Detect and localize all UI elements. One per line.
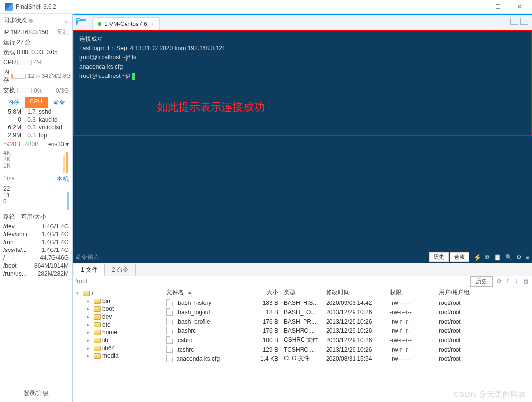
swap-values: 0/3G xyxy=(56,87,69,94)
swap-label: 交换 xyxy=(3,86,15,95)
folder-icon xyxy=(94,330,101,335)
tree-node[interactable]: ▸dev xyxy=(74,313,162,321)
options-button[interactable]: 选项 xyxy=(450,252,469,262)
process-row[interactable]: 00.3kauditd xyxy=(1,116,71,124)
sort-asc-icon[interactable] xyxy=(188,291,192,294)
proc-tab-cpu[interactable]: CPU xyxy=(25,97,48,108)
folder-tree[interactable]: ▾/ ▸bin▸boot▸dev▸etc▸home▸lib▸lib64▸medi… xyxy=(73,287,163,402)
login-upgrade-button[interactable]: 登录/升级 xyxy=(0,385,72,402)
swap-gauge: 交换 0% 0/3G xyxy=(0,85,72,96)
cpu-label: CPU xyxy=(3,59,15,66)
copy-icon[interactable]: ⧉ xyxy=(485,254,490,261)
app-logo-icon xyxy=(5,3,13,11)
latency-host[interactable]: 本机 xyxy=(57,175,69,183)
tree-node[interactable]: ▸boot xyxy=(74,305,162,313)
process-row[interactable]: 2.9M0.3top xyxy=(1,131,71,139)
file-icon xyxy=(166,327,173,334)
folder-icon xyxy=(94,346,101,351)
close-button[interactable]: ✕ xyxy=(508,0,530,14)
tree-node[interactable]: ▸media xyxy=(74,352,162,360)
svg-rect-1 xyxy=(66,152,68,173)
tree-node[interactable]: ▸home xyxy=(74,328,162,336)
session-tab[interactable]: 1 VM-Centos7.6 × xyxy=(92,17,160,30)
file-row[interactable]: .bashrc176 BBASHRC ...2013/12/29 10:26-r… xyxy=(163,326,532,335)
status-dot-icon xyxy=(98,22,101,26)
folder-icon xyxy=(94,322,101,327)
mem-percent: 12% xyxy=(28,73,40,79)
tree-node[interactable]: ▸lib64 xyxy=(74,344,162,352)
menu-icon[interactable]: ≡ xyxy=(526,254,529,261)
status-sidebar: 同步状态 ⌄ IP 192.168.0.150 复制 运行 27 分 负载 0.… xyxy=(0,14,72,402)
tree-node[interactable]: ▸etc xyxy=(74,321,162,328)
swap-percent: 0% xyxy=(34,87,42,94)
layout-buttons[interactable] xyxy=(510,18,528,25)
file-row[interactable]: .bash_profile176 BBASH_PR...2013/12/29 1… xyxy=(163,317,532,326)
bottom-tab-cmds[interactable]: 2 命令 xyxy=(104,264,136,276)
tree-node[interactable]: ▸lib xyxy=(74,336,162,344)
fs-row[interactable]: /boot864M/1014M xyxy=(0,262,72,270)
session-tabbar: 1 VM-Centos7.6 × xyxy=(73,14,532,30)
file-row[interactable]: .cshrc100 BCSHRC 文件2013/12/29 10:26-rw-r… xyxy=(163,335,532,345)
gear-icon[interactable]: ⚙ xyxy=(516,254,522,261)
proc-tab-cmd[interactable]: 命令 xyxy=(48,97,71,108)
folder-icon xyxy=(94,299,101,304)
bolt-icon[interactable]: ⚡ xyxy=(473,253,481,261)
open-session-button[interactable] xyxy=(75,14,88,28)
search-icon[interactable]: 🔍 xyxy=(505,254,512,261)
fs-row[interactable]: /run/us...282M/282M xyxy=(0,270,72,277)
fs-row[interactable]: /dev/shm1.4G/1.4G xyxy=(0,230,72,238)
file-icon xyxy=(166,308,173,316)
ip-address: IP 192.168.0.150 xyxy=(3,29,48,36)
fs-col-path[interactable]: 路径 xyxy=(3,213,15,221)
file-icon xyxy=(166,355,173,362)
copy-ip-button[interactable]: 复制 xyxy=(57,28,69,36)
fs-row[interactable]: /dev1.4G/1.4G xyxy=(0,223,72,230)
path-input[interactable]: /root xyxy=(76,278,470,285)
command-input-bar: 命令输入 历史 选项 ⚡ ⧉ 📋 🔍 ⚙ ≡ xyxy=(73,251,532,263)
fs-col-size[interactable]: 可用/大小 xyxy=(21,213,46,221)
proc-tab-mem[interactable]: 内存 xyxy=(1,97,25,108)
upload-icon[interactable]: ⤒ xyxy=(506,278,510,285)
file-row[interactable]: .bash_logout18 BBASH_LO...2013/12/29 10:… xyxy=(163,307,532,317)
command-input[interactable]: 命令输入 xyxy=(76,253,428,261)
annotation-text: 如此提示表示连接成功 xyxy=(157,100,265,115)
maximize-button[interactable]: ☐ xyxy=(487,0,508,14)
file-row[interactable]: anaconda-ks.cfg1.4 KBCFG 文件2020/08/31 15… xyxy=(163,354,532,363)
file-row[interactable]: .tcshrc129 BTCSHRC ...2013/12/29 10:26-r… xyxy=(163,345,532,354)
bottom-tab-files[interactable]: 1 文件 xyxy=(74,264,105,276)
tree-node[interactable]: ▸bin xyxy=(74,297,162,305)
refresh-icon[interactable]: ⟳ xyxy=(497,278,502,285)
fs-row[interactable]: /run1.4G/1.4G xyxy=(0,238,72,246)
latency-ms: 1ms xyxy=(3,175,15,183)
file-list-header[interactable]: 文件名 大小 类型 修改时间 权限 用户/用户组 xyxy=(163,287,532,298)
sync-status-icon xyxy=(29,19,33,23)
download-icon[interactable]: ⤓ xyxy=(514,278,519,285)
file-row[interactable]: .bash_history183 BBASH_HIS...2020/09/03 … xyxy=(163,298,532,307)
titlebar: FinalShell 3.6.2 — ☐ ✕ xyxy=(0,0,532,14)
terminal-highlight-box: 连接成功 Last login: Fri Sep 4 13:31:02 2020… xyxy=(73,30,532,136)
file-list[interactable]: .bash_history183 BBASH_HIS...2020/09/03 … xyxy=(163,298,532,363)
net-graph: 4K2K1K xyxy=(0,149,72,174)
process-row[interactable]: 6.2M0.3vmtoolsd xyxy=(1,124,71,131)
minimize-button[interactable]: — xyxy=(465,0,487,14)
process-table: 5.8M1.7sshd00.3kauditd6.2M0.3vmtoolsd2.9… xyxy=(0,108,72,139)
net-interface-select[interactable]: ens33 ▾ xyxy=(48,141,69,148)
sync-expand-icon[interactable]: ⌄ xyxy=(64,17,69,24)
fs-row[interactable]: /sys/fs/...1.4G/1.4G xyxy=(0,246,72,254)
fs-row[interactable]: /44.7G/46G xyxy=(0,254,72,262)
folder-icon xyxy=(94,338,101,343)
process-row[interactable]: 5.8M1.7sshd xyxy=(1,108,71,116)
delete-icon[interactable]: 🗑 xyxy=(523,278,529,285)
history-button[interactable]: 历史 xyxy=(429,252,449,262)
close-tab-icon[interactable]: × xyxy=(151,21,154,27)
paste-icon[interactable]: 📋 xyxy=(494,254,501,261)
terminal-area[interactable] xyxy=(73,136,532,251)
cursor-icon xyxy=(132,73,135,80)
svg-rect-2 xyxy=(67,192,69,210)
path-history-button[interactable]: 历史 xyxy=(470,276,493,287)
net-download: ↓480B xyxy=(22,141,39,148)
session-tab-label: 1 VM-Centos7.6 xyxy=(104,21,147,27)
filesystem-list: /dev1.4G/1.4G/dev/shm1.4G/1.4G/run1.4G/1… xyxy=(0,223,72,277)
tree-root[interactable]: ▾/ xyxy=(74,289,162,297)
terminal[interactable]: 连接成功 Last login: Fri Sep 4 13:31:02 2020… xyxy=(74,31,531,135)
